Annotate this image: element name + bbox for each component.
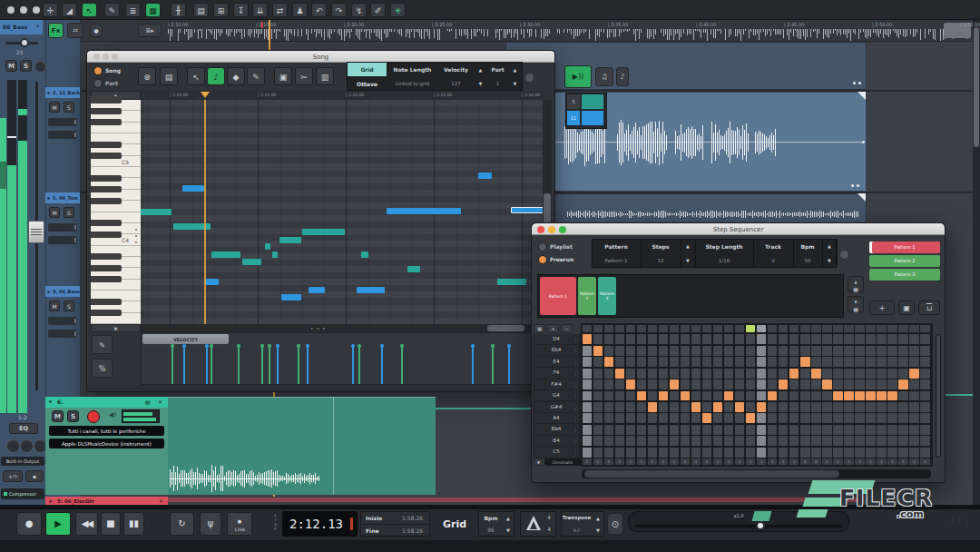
- seq-step-cell[interactable]: [604, 402, 613, 412]
- seq-step-cell[interactable]: [615, 413, 624, 423]
- seq-step-cell[interactable]: [789, 346, 799, 356]
- seq-step-cell[interactable]: [583, 380, 592, 389]
- seq-step-cell[interactable]: [920, 448, 929, 458]
- brush-tool[interactable]: ✐: [370, 3, 386, 17]
- seq-step-cell[interactable]: [735, 425, 744, 435]
- seq-spinner-down[interactable]: ▼: [822, 254, 838, 267]
- seq-header-cell[interactable]: [593, 325, 603, 333]
- seq-step-cell[interactable]: [746, 380, 755, 389]
- seq-velocity-cell[interactable]: 1: [691, 458, 701, 465]
- seq-step-cell[interactable]: [691, 334, 701, 344]
- seq-velocity-cell[interactable]: 1: [833, 458, 842, 465]
- seq-step-cell[interactable]: [920, 346, 929, 356]
- seq-step-cell[interactable]: [648, 391, 657, 401]
- seq-step-cell[interactable]: [583, 369, 592, 379]
- pianoroll-ruler[interactable]: [91, 91, 543, 100]
- close-icon[interactable]: ✕: [159, 498, 163, 504]
- seq-step-cell[interactable]: [746, 346, 755, 356]
- pan-knob[interactable]: [20, 38, 29, 47]
- collapse-icon[interactable]: ▼: [47, 290, 50, 294]
- seq-step-on[interactable]: [800, 357, 809, 367]
- midi-note[interactable]: [272, 251, 278, 258]
- loop-button[interactable]: ↻: [170, 512, 194, 536]
- seq-step-cell[interactable]: [648, 425, 657, 435]
- seq-step-cell[interactable]: [735, 413, 744, 423]
- seq-step-cell[interactable]: [681, 413, 690, 423]
- seq-step-cell[interactable]: [789, 448, 799, 458]
- seq-step-cell[interactable]: [866, 346, 875, 356]
- seq-step-cell[interactable]: [670, 357, 679, 367]
- track-solo-button[interactable]: S: [64, 207, 74, 218]
- seq-step-cell[interactable]: [877, 357, 886, 367]
- punch-out-tool[interactable]: ⇊: [252, 3, 268, 17]
- seq-step-cell[interactable]: [844, 357, 853, 367]
- seq-row-spinner[interactable]: ⋮: [573, 391, 578, 400]
- seq-step-cell[interactable]: [779, 369, 788, 379]
- seq-step-cell[interactable]: [637, 413, 646, 423]
- seq-step-cell[interactable]: [746, 448, 755, 458]
- seq-header-cell[interactable]: [866, 325, 875, 333]
- seq-step-cell[interactable]: [659, 413, 668, 423]
- collapse-icon[interactable]: ▼: [49, 499, 52, 504]
- pianoroll-hscrollbar-thumb[interactable]: [487, 325, 524, 331]
- seq-step-cell[interactable]: [648, 334, 657, 344]
- seq-step-cell[interactable]: [768, 402, 777, 412]
- seq-step-cell[interactable]: [713, 357, 722, 367]
- seq-step-cell[interactable]: [681, 448, 690, 458]
- black-key[interactable]: [91, 310, 122, 316]
- seq-step-cell[interactable]: [648, 413, 657, 423]
- seq-step-cell[interactable]: [898, 402, 907, 412]
- seq-velocity-cell[interactable]: 1: [855, 458, 864, 465]
- seq-step-cell[interactable]: [920, 425, 929, 435]
- window-control-dot[interactable]: [20, 6, 27, 14]
- monitor-speaker-button[interactable]: ▶)): [564, 65, 592, 88]
- seq-step-on[interactable]: [626, 380, 635, 389]
- seq-step-cell[interactable]: [648, 380, 657, 389]
- velocity-stem-dot[interactable]: [380, 344, 384, 348]
- seq-step-cell[interactable]: [800, 391, 809, 401]
- seq-step-cell[interactable]: [887, 413, 897, 423]
- seq-step-cell[interactable]: [768, 380, 777, 389]
- seq-step-cell[interactable]: [670, 402, 679, 412]
- seq-row-label[interactable]: G4: [534, 390, 579, 400]
- seq-step-cell[interactable]: [746, 425, 755, 435]
- velocity-stem-dot[interactable]: [237, 344, 240, 348]
- seq-step-cell[interactable]: [768, 334, 777, 344]
- seq-step-cell[interactable]: [713, 380, 722, 389]
- performer-tool[interactable]: ♟: [292, 3, 308, 17]
- seq-step-cell[interactable]: [604, 425, 613, 435]
- seq-step-cell[interactable]: [735, 448, 744, 458]
- seq-row-label[interactable]: F4: [534, 368, 579, 378]
- seq-step-cell[interactable]: [659, 334, 668, 344]
- close-icon[interactable]: ✕: [158, 399, 162, 405]
- seq-step-cell[interactable]: [833, 380, 842, 389]
- seq-step-cell[interactable]: [833, 413, 842, 423]
- seq-header-cell[interactable]: [800, 325, 809, 333]
- seq-step-cell[interactable]: [811, 346, 820, 356]
- seq-velocity-cell[interactable]: 1: [877, 458, 886, 465]
- midi-note[interactable]: [407, 266, 420, 272]
- seq-step-cell[interactable]: [724, 334, 733, 344]
- seq-step-cell[interactable]: [626, 413, 635, 423]
- count-in-button[interactable]: ●1234: [227, 512, 252, 536]
- seq-step-cell[interactable]: [855, 436, 864, 446]
- seq-header-cell[interactable]: [724, 325, 733, 333]
- midi-note[interactable]: [281, 294, 301, 301]
- seq-step-cell[interactable]: [855, 380, 864, 389]
- seq-velocity-cell[interactable]: 1: [659, 458, 668, 465]
- seq-step-cell[interactable]: [800, 369, 809, 379]
- velocity-stem[interactable]: [183, 346, 185, 384]
- velocity-stem[interactable]: [358, 346, 360, 384]
- undo-button[interactable]: ↶: [311, 3, 327, 17]
- seq-step-cell[interactable]: [779, 346, 788, 356]
- track-slider[interactable]: [48, 317, 77, 325]
- ottavo-cell[interactable]: Ottavo: [348, 77, 387, 90]
- seq-step-cell[interactable]: [822, 357, 831, 367]
- seq-step-cell[interactable]: [757, 413, 766, 423]
- velocity-stem[interactable]: [238, 346, 240, 384]
- mixer-tool[interactable]: ╫: [171, 3, 186, 17]
- seq-step-cell[interactable]: [887, 334, 897, 344]
- seq-step-cell[interactable]: [822, 334, 831, 344]
- piano-roll-tool[interactable]: ▦: [145, 3, 161, 17]
- seq-step-cell[interactable]: [626, 425, 635, 435]
